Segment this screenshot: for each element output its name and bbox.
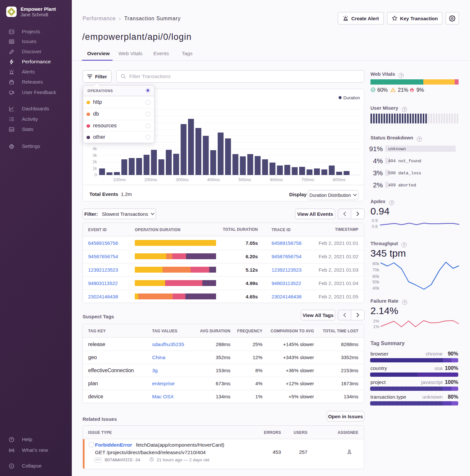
svg-text:60k: 60k [372,274,379,279]
svg-text:2%: 2% [373,319,379,324]
svg-text:40k: 40k [372,286,379,291]
svg-text:80k: 80k [372,261,379,266]
svg-text:300ms: 300ms [176,177,189,182]
svg-text:0.8: 0.8 [372,224,378,229]
svg-text:0: 0 [95,173,97,177]
svg-text:0.9: 0.9 [372,218,378,223]
svg-text:4k: 4k [93,147,97,151]
svg-text:50k: 50k [372,279,379,284]
svg-text:2k: 2k [93,160,97,164]
svg-text:Duration: Duration [343,95,360,100]
svg-text:400ms: 400ms [207,177,220,182]
svg-text:70k: 70k [372,267,379,272]
svg-text:500ms: 500ms [238,177,251,182]
svg-text:600ms: 600ms [270,177,283,182]
svg-text:800ms: 800ms [333,177,346,182]
svg-text:3k: 3k [93,153,97,158]
svg-text:1%: 1% [373,324,379,329]
svg-text:100ms: 100ms [113,177,126,182]
svg-text:200ms: 200ms [144,177,157,182]
svg-text:1k: 1k [93,166,97,171]
svg-text:700ms: 700ms [301,177,314,182]
